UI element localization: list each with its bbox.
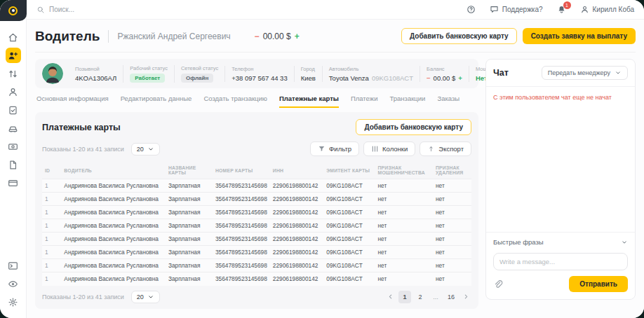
- settings-icon: [8, 297, 18, 307]
- filter-button[interactable]: Фильтр: [310, 141, 359, 156]
- sidebar-item-car[interactable]: [6, 120, 21, 136]
- cell: 22906198800142: [270, 259, 323, 272]
- attach-file-button[interactable]: [493, 279, 503, 289]
- sidebar: [0, 0, 27, 318]
- sidebar-item-add-driver[interactable]: [6, 48, 21, 63]
- tab-6[interactable]: Заказы: [437, 95, 459, 108]
- search-input[interactable]: Поиск...: [36, 6, 74, 14]
- table-row[interactable]: 1Андриянова Василиса РуслановнаЗарплатна…: [42, 219, 471, 233]
- payments-icon: [8, 141, 18, 152]
- tab-2[interactable]: Создать транзакцию: [203, 95, 267, 108]
- tab-1[interactable]: Редактировать данные: [121, 95, 192, 108]
- tab-4[interactable]: Платежи: [351, 95, 378, 108]
- tab-0[interactable]: Основная информация: [36, 95, 109, 108]
- cell: нет: [375, 179, 434, 193]
- chat-messages-area: [486, 108, 635, 232]
- sidebar-item-client[interactable]: [6, 84, 21, 99]
- app-logo[interactable]: [0, 0, 27, 21]
- sidebar-item-eye[interactable]: [6, 276, 21, 291]
- cell: 1: [42, 259, 61, 272]
- notifications-button[interactable]: 1: [557, 5, 566, 14]
- cell: Андриянова Василиса Руслановна: [61, 206, 166, 219]
- balance-decrease-button[interactable]: −: [427, 74, 431, 82]
- sidebar-item-payments[interactable]: [6, 139, 21, 154]
- cell: 1: [42, 219, 61, 233]
- cell: 3564789523145698: [213, 179, 270, 193]
- user-icon: [580, 5, 589, 14]
- help-button[interactable]: [467, 5, 476, 14]
- balance-decrease-button[interactable]: −: [255, 32, 260, 41]
- table-row[interactable]: 1Андриянова Василиса РуслановнаЗарплатна…: [42, 246, 471, 259]
- sidebar-item-home[interactable]: [6, 29, 21, 45]
- sidebar-item-orders[interactable]: [6, 102, 21, 118]
- user-menu[interactable]: Кирилл Коба: [580, 5, 634, 14]
- sidebar-top-icons: [6, 21, 21, 191]
- filter-icon: [318, 145, 326, 153]
- transfer-to-manager-button[interactable]: Передать менеджеру: [542, 66, 628, 80]
- status-badge: Офлайн: [181, 74, 213, 83]
- page-button-1[interactable]: 1: [398, 291, 411, 303]
- message-input[interactable]: [493, 253, 628, 270]
- balance-increase-button[interactable]: +: [458, 74, 462, 82]
- user-name: Кирилл Коба: [593, 6, 634, 13]
- cell: Андриянова Василиса Руслановна: [61, 193, 166, 206]
- column-header-1: Водитель: [61, 162, 166, 179]
- table-row[interactable]: 1Андриянова Василиса РуслановнаЗарплатна…: [42, 193, 471, 206]
- support-button[interactable]: Поддержка?: [490, 5, 543, 14]
- driver-avatar[interactable]: [42, 63, 63, 84]
- sidebar-item-terminal[interactable]: [6, 258, 21, 273]
- table-row[interactable]: 1Андриянова Василиса РуслановнаЗарплатна…: [42, 259, 471, 272]
- quick-phrases-toggle[interactable]: Быстрые фразы: [486, 232, 635, 251]
- balance-increase-button[interactable]: +: [295, 32, 300, 41]
- chat-empty-message: С этим пользователем чат еще не начат: [486, 87, 635, 108]
- page-ellipsis: ...: [429, 291, 442, 303]
- prev-page-button[interactable]: [384, 291, 396, 303]
- sidebar-item-documents[interactable]: [6, 157, 21, 172]
- arrow-up-icon: [427, 145, 435, 153]
- header-balance: − 00.00 $ +: [255, 32, 300, 41]
- create-payout-button[interactable]: Создать заявку на выплату: [523, 28, 636, 44]
- column-header-0: ID: [42, 162, 61, 179]
- page-button-16[interactable]: 16: [445, 291, 457, 303]
- home-icon: [8, 32, 18, 43]
- tab-5[interactable]: Транзакции: [389, 95, 425, 108]
- documents-icon: [8, 160, 18, 170]
- columns-button[interactable]: Колонки: [363, 141, 415, 156]
- sidebar-item-settings[interactable]: [6, 294, 21, 310]
- export-button[interactable]: Экспорт: [420, 141, 471, 156]
- send-message-button[interactable]: Отправить: [569, 276, 628, 292]
- cell: 3564789523145698: [213, 259, 270, 272]
- cell: нет: [375, 219, 434, 233]
- tab-3[interactable]: Платежные карты: [279, 95, 339, 108]
- cell: нет: [375, 259, 434, 272]
- cell: 1: [42, 206, 61, 219]
- sidebar-item-transfers[interactable]: [6, 66, 21, 81]
- cell: Зарплатная: [166, 246, 213, 259]
- page-size-select-bottom[interactable]: 20: [131, 291, 160, 303]
- table-row[interactable]: 1Андриянова Василиса РуслановнаЗарплатна…: [42, 272, 471, 286]
- support-label: Поддержка?: [502, 6, 543, 13]
- page-header: Водитель Ржанский Андрей Сергеевич − 00.…: [35, 28, 636, 44]
- cell: 3564789523145698: [213, 272, 270, 286]
- table-row[interactable]: 1Андриянова Василиса РуслановнаЗарплатна…: [42, 206, 471, 219]
- table-row[interactable]: 1Андриянова Василиса РуслановнаЗарплатна…: [42, 179, 471, 193]
- panel-add-bank-card-button[interactable]: Добавить банковскую карту: [356, 119, 471, 135]
- cell: Андриянова Василиса Руслановна: [61, 179, 166, 193]
- column-header-7: Признак удаления: [433, 162, 471, 179]
- column-header-3: Номер карты: [213, 162, 270, 179]
- page-size-select[interactable]: 20: [131, 143, 160, 155]
- cell: 09KG108ACT: [323, 259, 375, 272]
- cell: Зарплатная: [166, 272, 213, 286]
- page-size-value: 20: [137, 146, 144, 153]
- cell: нет: [433, 259, 471, 272]
- column-header-6: Признак мошенничества: [375, 162, 434, 179]
- page-button-2[interactable]: 2: [414, 291, 427, 303]
- panel-title: Платежные карты: [42, 123, 121, 132]
- field-label: Телефон: [232, 66, 288, 72]
- add-bank-card-button[interactable]: Добавить банковскую карту: [401, 28, 517, 44]
- sidebar-item-cards[interactable]: [6, 175, 21, 191]
- next-page-button[interactable]: [460, 291, 471, 303]
- cell: Андриянова Василиса Руслановна: [61, 233, 166, 246]
- transfers-icon: [8, 69, 18, 79]
- table-row[interactable]: 1Андриянова Василиса РуслановнаЗарплатна…: [42, 233, 471, 246]
